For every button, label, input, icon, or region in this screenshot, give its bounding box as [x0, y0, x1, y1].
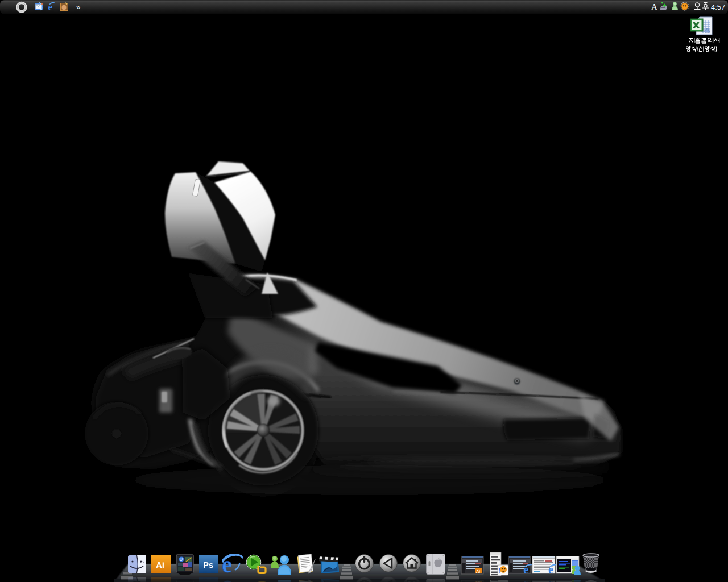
svg-text:A: A: [651, 2, 657, 11]
svg-text:»: »: [76, 3, 80, 11]
svg-text:Ai: Ai: [476, 569, 480, 574]
svg-text:Ps: Ps: [203, 560, 213, 569]
svg-text:Ai: Ai: [156, 560, 164, 569]
svg-text:U: U: [180, 558, 183, 562]
svg-text:4:57: 4:57: [711, 3, 725, 11]
